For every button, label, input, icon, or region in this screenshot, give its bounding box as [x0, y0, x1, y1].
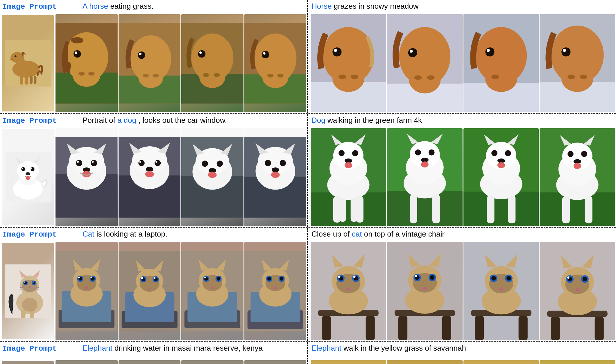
svg-point-8 — [15, 55, 17, 57]
svg-rect-284 — [398, 316, 407, 340]
elephant-right-gen-3 — [463, 360, 539, 364]
dog-right-gen-img-1 — [311, 128, 386, 226]
dog-left-label: Image Prompt — [1, 116, 83, 125]
dog-left-header: Image Prompt Portrait of a dog , looks o… — [0, 114, 307, 127]
svg-point-18 — [88, 72, 94, 76]
cat-right-prompt: Close up of cat on top of a vintage chai… — [309, 230, 445, 239]
svg-rect-314 — [595, 317, 604, 340]
svg-point-110 — [146, 167, 153, 172]
svg-point-236 — [141, 277, 143, 279]
cat-left-gen-img-1 — [55, 242, 118, 340]
svg-point-109 — [155, 161, 157, 163]
svg-rect-4 — [20, 76, 23, 84]
svg-point-106 — [138, 160, 144, 166]
svg-point-142 — [345, 162, 352, 168]
cat-prompt-col — [1, 242, 55, 340]
dog-right-header: Dog walking in the green farm 4k — [308, 114, 616, 127]
row-dog: Image Prompt Portrait of a dog , looks o… — [0, 114, 616, 228]
svg-point-85 — [26, 176, 30, 180]
horse-left-gen-cols — [55, 14, 306, 112]
dog-left-gen-img-4 — [244, 128, 307, 226]
svg-point-190 — [22, 298, 37, 312]
svg-point-24 — [139, 53, 142, 55]
svg-point-23 — [138, 51, 145, 59]
cat-right-text: on top of a vintage chair — [364, 230, 445, 238]
dog-left-gen-3 — [181, 128, 243, 226]
dog-right-gen-2 — [387, 128, 463, 226]
svg-point-39 — [262, 51, 269, 58]
svg-point-140 — [352, 150, 358, 156]
cat-right-gen-img-3 — [463, 242, 539, 340]
svg-point-9 — [10, 59, 13, 60]
svg-point-14 — [71, 37, 83, 43]
main-grid: Image Prompt A horse eating grass. — [0, 0, 616, 364]
elephant-left-gen-cols — [55, 360, 306, 364]
cat-right-highlight: cat — [352, 230, 362, 238]
horse-right-gen-img-4 — [540, 14, 615, 112]
svg-point-107 — [154, 160, 160, 166]
svg-point-62 — [485, 66, 517, 92]
dog-right-gen-cols — [309, 128, 615, 226]
elephant-left-gen-4 — [244, 360, 307, 364]
svg-point-263 — [267, 277, 271, 281]
cat-right-gen-3 — [463, 242, 539, 340]
horse-right-header: Horse grazes in snowy meadow — [308, 0, 616, 13]
elephant-left-highlight: Elephant — [83, 344, 112, 352]
horse-right-gen-img-2 — [387, 14, 463, 112]
horse-right-gen-img-1 — [311, 14, 386, 112]
svg-point-55 — [408, 48, 417, 57]
svg-rect-171 — [487, 195, 494, 223]
svg-point-264 — [280, 277, 283, 281]
svg-point-58 — [427, 75, 434, 80]
svg-point-129 — [280, 160, 286, 166]
cat-right-gen-cols — [309, 242, 615, 340]
svg-point-22 — [138, 67, 163, 88]
svg-point-111 — [145, 171, 154, 177]
elephant-right-gen-img-2 — [387, 360, 463, 364]
elephant-right-gen-cols — [309, 360, 615, 364]
elephant-left-gen-img-1 — [55, 360, 118, 364]
cat-left-text: is looking at a laptop. — [96, 230, 167, 238]
elephant-right-gen-img-3 — [463, 360, 539, 364]
svg-point-222 — [91, 277, 92, 278]
svg-point-64 — [487, 49, 490, 52]
svg-point-63 — [485, 47, 494, 56]
svg-point-69 — [562, 66, 593, 92]
dog-prompt-image — [2, 129, 54, 226]
svg-point-33 — [203, 73, 209, 77]
horse-right-gen-2 — [387, 14, 463, 112]
horse-left-gen-img-2 — [119, 14, 181, 112]
elephant-right-gen-img-4 — [540, 360, 615, 364]
svg-point-95 — [91, 160, 97, 166]
dog-left-highlight: a dog — [117, 116, 136, 125]
svg-rect-146 — [351, 198, 357, 222]
svg-point-94 — [76, 160, 82, 166]
svg-point-128 — [265, 160, 271, 166]
cat-right-images — [308, 241, 616, 341]
svg-point-309 — [506, 276, 511, 281]
elephant-left-prompt: Elephant drinking water in masai mara re… — [83, 344, 263, 353]
dog-left-images — [0, 127, 307, 227]
cat-right: Close up of cat on top of a vintage chai… — [308, 228, 616, 341]
row-cat: Image Prompt Cat is looking at a laptop. — [0, 228, 616, 342]
dog-right-gen-img-2 — [387, 128, 463, 226]
elephant-left-text: drinking water in masai mara reserve, ke… — [114, 344, 263, 352]
svg-point-203 — [33, 281, 34, 282]
svg-point-15 — [74, 50, 81, 58]
svg-point-139 — [339, 150, 345, 156]
horse-right: Horse grazes in snowy meadow — [308, 0, 616, 113]
svg-point-294 — [430, 275, 435, 280]
dog-right-gen-4 — [540, 128, 615, 226]
horse-left-gen-1 — [55, 14, 118, 112]
svg-point-17 — [78, 72, 85, 76]
cat-left-label: Image Prompt — [1, 230, 83, 239]
dog-left-text: , looks out the car window. — [138, 116, 227, 125]
horse-left-images — [0, 13, 307, 113]
svg-rect-172 — [508, 195, 515, 223]
cat-left-highlight: Cat — [83, 230, 94, 238]
dog-left-gen-img-3 — [181, 128, 243, 226]
horse-left: Image Prompt A horse eating grass. — [0, 0, 308, 113]
dog-left-gen-2 — [119, 128, 181, 226]
dog-left-gen-cols — [55, 128, 306, 226]
dog-left-prompt: Portrait of a dog , looks out the car wi… — [83, 116, 227, 125]
